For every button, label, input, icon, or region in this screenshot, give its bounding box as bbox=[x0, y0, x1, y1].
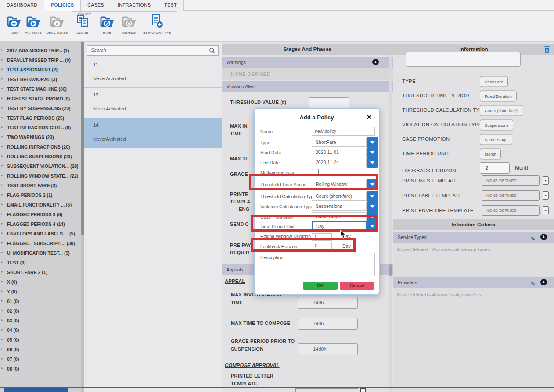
tree-item[interactable]: ▸ FLAGGED - SUBSCRIPTI... (30) bbox=[0, 238, 81, 248]
threshold-calc-dropdown-button[interactable] bbox=[367, 191, 378, 202]
threshold-calc-select[interactable]: Count (short-fare) bbox=[312, 192, 367, 201]
template-picker-icon[interactable] bbox=[543, 206, 549, 216]
tree-item[interactable]: ▸ TEST FLAG PERIODS (25) bbox=[0, 113, 81, 122]
tree-item[interactable]: ▸ X (0) bbox=[0, 277, 81, 286]
deactivate-folder-icon bbox=[43, 14, 71, 29]
policy-row[interactable]: 14 NeverActivated bbox=[84, 118, 222, 148]
threshold-value-input[interactable] bbox=[309, 97, 349, 109]
chevron-right-icon: ▸ bbox=[1, 286, 3, 296]
tree-item[interactable]: ▸ 05 (0) bbox=[0, 335, 81, 344]
add-service-type-icon[interactable]: + bbox=[540, 234, 547, 240]
deactivate-button[interactable]: DEACTIVATE bbox=[43, 14, 71, 35]
tree-item[interactable]: ▸ DEFAULT MISSED TRIP ... (0) bbox=[0, 55, 81, 64]
add-provider-icon[interactable]: + bbox=[540, 279, 547, 285]
nav-tab[interactable]: CASES bbox=[81, 0, 111, 11]
providers-section-header[interactable]: Providers ✎ + bbox=[393, 277, 554, 288]
grace-period-input[interactable]: 14d0h bbox=[298, 343, 358, 355]
tree-item[interactable]: ▸ FLAGGED PERIODS 3 (8) bbox=[0, 209, 81, 219]
tree-scrollbar-thumb[interactable] bbox=[81, 42, 84, 235]
stages-scrollbar-thumb[interactable] bbox=[389, 264, 392, 276]
tree-item[interactable]: ▸ TEST ASSIGNMENT (2) bbox=[0, 64, 81, 74]
tree-item[interactable]: ▸ TEST SHORT FARE (3) bbox=[0, 180, 81, 190]
end-date-select[interactable]: 2023-11-24 bbox=[312, 158, 367, 167]
template-row-value[interactable]: NONE DEFINED bbox=[482, 190, 540, 201]
tree-item[interactable]: ▸ SUBSEQUENT VIOLATION... (28) bbox=[0, 161, 81, 171]
violation-calc-dropdown-button[interactable] bbox=[367, 201, 378, 212]
start-date-dropdown-button[interactable] bbox=[367, 147, 378, 158]
tree-item[interactable]: ▸ TEST BEHAVIORAL (3) bbox=[0, 74, 81, 84]
tree-item[interactable]: ▸ ENVELOPS AND LABELS ... (5) bbox=[0, 228, 81, 238]
search-input[interactable]: Search bbox=[87, 45, 219, 56]
tree-item-label: FLAGGED - SUBSCRIPTI... (30) bbox=[6, 240, 76, 247]
type-label: Type bbox=[260, 140, 270, 145]
lookback-horizon-input[interactable]: 2 bbox=[480, 162, 510, 174]
type-dropdown-button[interactable] bbox=[367, 137, 378, 148]
nav-tab[interactable]: TEST bbox=[158, 0, 184, 11]
tree-item[interactable]: ▸ 02 (0) bbox=[0, 306, 81, 315]
warnings-section-header[interactable]: Warnings + bbox=[222, 57, 393, 68]
tree-item[interactable]: ▸ ROLLING WINDOW STATE... (22) bbox=[0, 171, 81, 180]
tree-item[interactable]: ▸ TEST (0) bbox=[0, 257, 81, 267]
chevron-right-icon: ▸ bbox=[1, 180, 3, 190]
service-types-section-header[interactable]: Service Types ✎ + bbox=[393, 232, 554, 243]
template-row-label: PRINT LABEL TEMPLATE bbox=[402, 188, 462, 203]
max-compose-input[interactable]: 7d0h bbox=[298, 318, 358, 330]
max-investigation-input[interactable]: 7d0h bbox=[298, 297, 358, 309]
tree-item[interactable]: ▸ ROLLING SUSPENSIONS (20) bbox=[0, 151, 81, 161]
tree-scrollbar[interactable] bbox=[81, 42, 84, 392]
tree-item[interactable]: ▸ EMAIL FUNCTIONALITY ... (5) bbox=[0, 200, 81, 209]
stages-scrollbar[interactable] bbox=[389, 55, 392, 392]
tree-item[interactable]: ▸ TWO WARNINGS (23) bbox=[0, 132, 81, 142]
template-row: PRINT ENVELOPE TEMPLATE NONE DEFINED bbox=[393, 203, 554, 218]
nav-tab[interactable]: DASHBOARD bbox=[0, 0, 44, 11]
add-warning-icon[interactable]: + bbox=[372, 59, 379, 65]
tree-item[interactable]: ▸ TEST INFRACTION CRIT... (0) bbox=[0, 122, 81, 132]
nav-tab[interactable]: POLICIES bbox=[44, 0, 81, 11]
template-picker-icon[interactable] bbox=[543, 191, 549, 201]
tree-item[interactable]: ▸ HIGHEST STAGE PROMO (0) bbox=[0, 93, 81, 103]
printed-letter-template-box[interactable] bbox=[295, 388, 358, 392]
template-picker-icon[interactable] bbox=[360, 388, 366, 392]
tree-item[interactable]: ▸ ROLLING INFRACTIONS (20) bbox=[0, 142, 81, 151]
template-row-value[interactable]: NONE DEFINED bbox=[482, 205, 540, 216]
chevron-right-icon: ▸ bbox=[1, 219, 3, 228]
tree-item[interactable]: ▸ TEST BY SUSPENSIONS (20) bbox=[0, 103, 81, 113]
tree-item[interactable]: ▸ 07 (0) bbox=[0, 354, 81, 363]
type-select[interactable]: ShortFare bbox=[312, 138, 367, 147]
delete-policy-trash-icon[interactable] bbox=[543, 46, 550, 55]
description-textarea[interactable] bbox=[312, 253, 375, 276]
start-date-select[interactable]: 2023-11-01 bbox=[312, 148, 367, 157]
end-date-dropdown-button[interactable] bbox=[367, 157, 378, 168]
tree-item[interactable]: ▸ 03 (0) bbox=[0, 315, 81, 325]
video-progress-bar[interactable] bbox=[0, 387, 554, 388]
tree-item[interactable]: ▸ UI MODIFICATION TEST... (5) bbox=[0, 248, 81, 257]
violation-calc-select[interactable]: Suspensions bbox=[312, 202, 367, 211]
ok-button[interactable]: OK bbox=[303, 282, 338, 290]
tree-item[interactable]: ▸ Y (0) bbox=[0, 286, 81, 296]
template-row-value[interactable]: NONE DEFINED bbox=[482, 175, 540, 186]
mouse-cursor bbox=[340, 230, 346, 241]
name-input[interactable]: new policy bbox=[312, 127, 375, 136]
infraction-criteria-title: Infraction Criteria bbox=[393, 219, 554, 230]
tree-item[interactable]: ▸ SHORT-FARE 2 (1) bbox=[0, 267, 81, 277]
violation-alert-section-header[interactable]: Violation Alert bbox=[222, 81, 393, 92]
tree-item[interactable]: ▸ 01 (0) bbox=[0, 296, 81, 306]
tree-item[interactable]: ▸ TEST STATE MACHINE (36) bbox=[0, 84, 81, 93]
unhide-button[interactable]: UNHIDE bbox=[115, 14, 143, 35]
policy-row[interactable]: 11 NeverActivated bbox=[84, 57, 222, 88]
close-icon[interactable]: ✕ bbox=[366, 113, 372, 121]
tree-item[interactable]: ▸ FLAGGED PERIODS 4 (14) bbox=[0, 219, 81, 228]
tree-item[interactable]: ▸ 04 (0) bbox=[0, 325, 81, 335]
nav-tab[interactable]: INFRACTIONS bbox=[111, 0, 158, 11]
tree-item[interactable]: ▸ 2017 ADA MISSED TRIP... (1) bbox=[0, 45, 81, 55]
template-picker-icon[interactable] bbox=[543, 176, 549, 186]
tree-item[interactable]: ▸ 06 (0) bbox=[0, 344, 81, 354]
tree-item[interactable]: ▸ 08 (0) bbox=[0, 363, 81, 373]
clone-button[interactable]: CLONE bbox=[68, 14, 97, 35]
cancel-button[interactable]: Cancel bbox=[340, 282, 374, 290]
behavior-type-button[interactable]: BEHAVIOR TYPE bbox=[140, 14, 174, 35]
search-icon[interactable] bbox=[209, 47, 216, 56]
policy-name-box[interactable] bbox=[406, 52, 521, 67]
policy-row[interactable]: 12 NeverActivated bbox=[84, 88, 222, 118]
tree-item[interactable]: ▸ FLAG PERIODS 2 (1) bbox=[0, 190, 81, 200]
